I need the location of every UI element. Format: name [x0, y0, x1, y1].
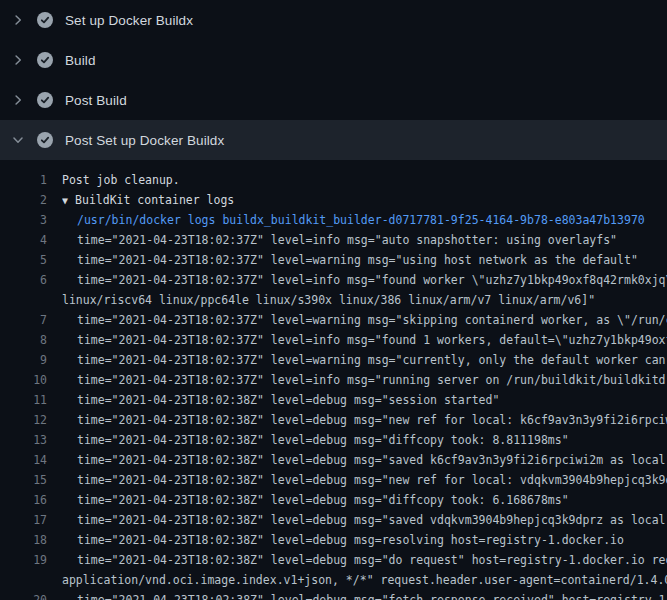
check-circle-icon [37, 52, 53, 68]
log-text: time="2021-04-23T18:02:38Z" level=debug … [62, 490, 667, 510]
log-line: 19 time="2021-04-23T18:02:38Z" level=deb… [0, 550, 667, 570]
step-section-build[interactable]: Build [0, 40, 667, 80]
step-title: Set up Docker Buildx [65, 13, 193, 28]
line-number[interactable]: 9 [0, 350, 47, 370]
log-line: 15 time="2021-04-23T18:02:38Z" level=deb… [0, 470, 667, 490]
line-number[interactable]: 6 [0, 270, 47, 290]
log-line: 4 time="2021-04-23T18:02:37Z" level=info… [0, 230, 667, 250]
log-text: time="2021-04-23T18:02:38Z" level=debug … [62, 430, 667, 450]
line-number[interactable]: 20 [0, 590, 47, 600]
log-line: 11 time="2021-04-23T18:02:38Z" level=deb… [0, 390, 667, 410]
line-number[interactable]: 4 [0, 230, 47, 250]
step-section-post-set-up-docker-buildx[interactable]: Post Set up Docker Buildx [0, 120, 667, 160]
log-text: Post job cleanup. [62, 170, 667, 190]
line-number[interactable]: 19 [0, 550, 47, 570]
log-line: 7 time="2021-04-23T18:02:37Z" level=warn… [0, 310, 667, 330]
line-number[interactable]: 13 [0, 430, 47, 450]
chevron-right-icon [11, 93, 25, 107]
step-section-set-up-docker-buildx[interactable]: Set up Docker Buildx [0, 0, 667, 40]
check-circle-icon [37, 132, 53, 148]
log-text: time="2021-04-23T18:02:38Z" level=debug … [62, 450, 667, 470]
log-area[interactable]: 1 Post job cleanup. 2 ▼BuildKit containe… [0, 160, 667, 600]
line-number[interactable]: 3 [0, 210, 47, 230]
check-circle-icon [37, 12, 53, 28]
log-text: time="2021-04-23T18:02:38Z" level=debug … [62, 530, 667, 550]
log-line: 16 time="2021-04-23T18:02:38Z" level=deb… [0, 490, 667, 510]
line-number[interactable]: 14 [0, 450, 47, 470]
log-text: time="2021-04-23T18:02:38Z" level=debug … [62, 510, 667, 530]
step-title: Post Build [65, 93, 127, 108]
log-line: 18 time="2021-04-23T18:02:38Z" level=deb… [0, 530, 667, 550]
line-number[interactable]: 16 [0, 490, 47, 510]
log-line: 10 time="2021-04-23T18:02:37Z" level=inf… [0, 370, 667, 390]
chevron-right-icon [11, 53, 25, 67]
log-text: time="2021-04-23T18:02:37Z" level=warnin… [62, 310, 667, 330]
line-number[interactable]: 2 [0, 190, 47, 210]
log-line: 5 time="2021-04-23T18:02:37Z" level=warn… [0, 250, 667, 270]
log-line: application/vnd.oci.image.index.v1+json,… [0, 570, 667, 590]
log-line: 3 /usr/bin/docker logs buildx_buildkit_b… [0, 210, 667, 230]
chevron-down-icon [11, 133, 25, 147]
log-text: /usr/bin/docker logs buildx_buildkit_bui… [62, 210, 667, 230]
line-number[interactable]: 17 [0, 510, 47, 530]
chevron-right-icon [11, 13, 25, 27]
step-section-post-build[interactable]: Post Build [0, 80, 667, 120]
log-line: 1 Post job cleanup. [0, 170, 667, 190]
line-number[interactable]: 1 [0, 170, 47, 190]
line-number[interactable]: 10 [0, 370, 47, 390]
log-text: time="2021-04-23T18:02:37Z" level=warnin… [62, 250, 667, 270]
log-text: ▼BuildKit container logs [62, 190, 667, 210]
line-number [0, 290, 47, 310]
line-number[interactable]: 15 [0, 470, 47, 490]
log-line: 6 time="2021-04-23T18:02:37Z" level=info… [0, 270, 667, 290]
log-text: linux/riscv64 linux/ppc64le linux/s390x … [62, 290, 667, 310]
log-line: 20 time="2021-04-23T18:02:38Z" level=deb… [0, 590, 667, 600]
log-text: time="2021-04-23T18:02:37Z" level=info m… [62, 230, 667, 250]
step-title: Post Set up Docker Buildx [65, 133, 224, 148]
log-line: 9 time="2021-04-23T18:02:37Z" level=warn… [0, 350, 667, 370]
steps-list: Set up Docker Buildx Build Post Buil [0, 0, 667, 160]
log-text: time="2021-04-23T18:02:38Z" level=debug … [62, 390, 667, 410]
log-line: linux/riscv64 linux/ppc64le linux/s390x … [0, 290, 667, 310]
log-text: time="2021-04-23T18:02:37Z" level=info m… [62, 370, 667, 390]
log-line: 17 time="2021-04-23T18:02:38Z" level=deb… [0, 510, 667, 530]
log-text: time="2021-04-23T18:02:38Z" level=debug … [62, 550, 667, 570]
log-text: time="2021-04-23T18:02:38Z" level=debug … [62, 410, 667, 430]
log-line: 13 time="2021-04-23T18:02:38Z" level=deb… [0, 430, 667, 450]
log-text: application/vnd.oci.image.index.v1+json,… [62, 570, 667, 590]
line-number[interactable]: 5 [0, 250, 47, 270]
line-number[interactable]: 11 [0, 390, 47, 410]
log-line: 8 time="2021-04-23T18:02:37Z" level=info… [0, 330, 667, 350]
line-number[interactable]: 18 [0, 530, 47, 550]
log-text: time="2021-04-23T18:02:38Z" level=debug … [62, 590, 667, 600]
log-text: time="2021-04-23T18:02:38Z" level=debug … [62, 470, 667, 490]
check-circle-icon [37, 92, 53, 108]
log-text: time="2021-04-23T18:02:37Z" level=warnin… [62, 350, 667, 370]
line-number [0, 570, 47, 590]
step-title: Build [65, 53, 96, 68]
line-number[interactable]: 7 [0, 310, 47, 330]
log-line: 14 time="2021-04-23T18:02:38Z" level=deb… [0, 450, 667, 470]
log-line: 12 time="2021-04-23T18:02:38Z" level=deb… [0, 410, 667, 430]
log-text: time="2021-04-23T18:02:37Z" level=info m… [62, 330, 667, 350]
line-number[interactable]: 12 [0, 410, 47, 430]
log-text: time="2021-04-23T18:02:37Z" level=info m… [62, 270, 667, 290]
line-number[interactable]: 8 [0, 330, 47, 350]
log-line: 2 ▼BuildKit container logs [0, 190, 667, 210]
group-toggle-icon[interactable]: ▼ [62, 195, 68, 206]
